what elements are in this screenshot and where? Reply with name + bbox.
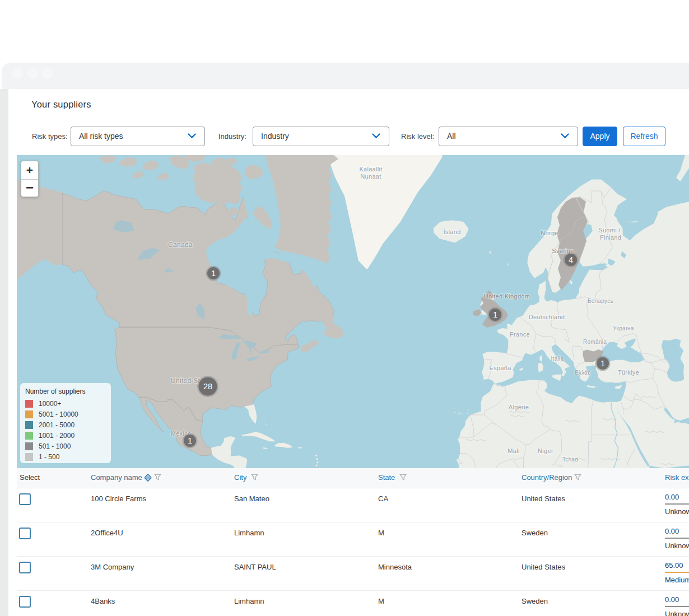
svg-text:Italia: Italia <box>551 356 564 362</box>
svg-text:Niger: Niger <box>538 447 553 454</box>
svg-text:España: España <box>489 365 511 371</box>
svg-text:Nunaat: Nunaat <box>360 173 381 180</box>
svg-text:1: 1 <box>600 359 605 368</box>
svg-text:Mali: Mali <box>508 447 519 454</box>
svg-text:Suomi /: Suomi / <box>598 227 621 234</box>
svg-text:Algérie: Algérie <box>509 404 529 410</box>
svg-text:România: România <box>583 339 607 345</box>
svg-text:Ísland: Ísland <box>443 228 460 235</box>
svg-text:1: 1 <box>493 310 497 319</box>
svg-text:1: 1 <box>188 436 192 445</box>
svg-text:1: 1 <box>211 269 216 278</box>
svg-text:Kalaallit: Kalaallit <box>359 166 382 172</box>
svg-text:Deutschland: Deutschland <box>529 314 565 320</box>
svg-text:Norge: Norge <box>541 230 558 236</box>
svg-text:France: France <box>510 331 530 338</box>
svg-text:4: 4 <box>569 255 573 264</box>
svg-text:Türkiye: Türkiye <box>618 369 639 376</box>
svg-text:Ελλάς: Ελλάς <box>575 370 591 376</box>
svg-text:Беларусь: Беларусь <box>588 298 613 304</box>
svg-text:Finland: Finland <box>600 234 621 241</box>
svg-text:United Kingdom: United Kingdom <box>484 293 530 300</box>
svg-text:28: 28 <box>203 382 212 391</box>
svg-text:Canada: Canada <box>168 241 193 249</box>
svg-text:Україна: Україна <box>613 325 634 332</box>
